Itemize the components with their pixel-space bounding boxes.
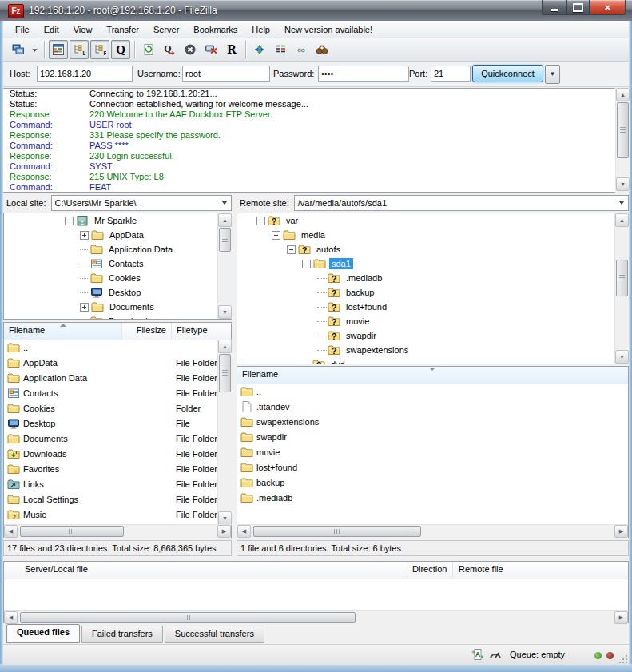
scroll-right-icon[interactable]: ▶ — [614, 611, 628, 624]
username-input[interactable] — [182, 66, 270, 82]
scroll-left-icon[interactable]: ◀ — [4, 611, 18, 624]
cancel-button[interactable] — [181, 40, 200, 59]
log-scrollbar-thumb[interactable] — [617, 102, 629, 158]
menu-help[interactable]: Help — [244, 22, 277, 38]
tree-item-downloads[interactable]: Downloads — [4, 314, 231, 320]
local-tree-scrollbar-thumb[interactable] — [219, 228, 231, 252]
local-tree-scrollbar[interactable]: ▲ ▼ — [217, 213, 232, 319]
scroll-right-icon[interactable]: ▶ — [217, 525, 231, 538]
file-row-local-settings[interactable]: Local SettingsFile Folder — [4, 491, 217, 507]
tree-item-desktop[interactable]: Desktop — [4, 285, 231, 300]
tree-item-sda1[interactable]: sda1 — [237, 256, 628, 271]
file-row--[interactable]: .. — [237, 384, 628, 399]
toggle-message-log-button[interactable] — [49, 40, 68, 59]
file-row-swapdir[interactable]: swapdir — [237, 429, 628, 444]
file-row--mediadb[interactable]: .mediadb — [237, 490, 628, 505]
expand-icon[interactable] — [80, 303, 89, 312]
toggle-remote-tree-button[interactable]: R — [90, 40, 109, 59]
scroll-up-icon[interactable]: ▲ — [616, 88, 630, 101]
tree-item-documents[interactable]: Documents — [4, 300, 231, 314]
tree-item-dvd[interactable]: ?dvd — [237, 357, 628, 364]
file-row-desktop[interactable]: DesktopFile — [4, 416, 217, 431]
host-input[interactable] — [37, 66, 133, 82]
minimize-button[interactable] — [542, 0, 566, 15]
tree-item-lost-found[interactable]: ?lost+found — [237, 300, 628, 314]
queue-hscrollbar[interactable]: ◀ ▶ — [4, 610, 628, 624]
remote-tree-scrollbar[interactable]: ▲ ▼ — [614, 213, 629, 364]
site-manager-button[interactable] — [9, 40, 28, 59]
queue-col-local[interactable]: Server/Local file — [25, 564, 88, 574]
collapse-icon[interactable] — [272, 231, 280, 240]
file-row-downloads[interactable]: DownloadsFile Folder — [4, 446, 217, 461]
file-row-lost-found[interactable]: lost+found — [237, 459, 628, 475]
tree-item-contacts[interactable]: Contacts — [4, 256, 231, 271]
file-row-swapextensions[interactable]: swapextensions — [237, 414, 628, 429]
tree-item-appdata[interactable]: AppData — [4, 228, 231, 242]
queue-col-remote[interactable]: Remote file — [459, 564, 503, 574]
chevron-down-icon[interactable] — [221, 201, 228, 205]
tree-item-swapdir[interactable]: ?swapdir — [237, 328, 628, 343]
toggle-local-tree-button[interactable]: L — [70, 40, 89, 59]
speed-limit-gauge-icon[interactable] — [489, 649, 502, 662]
scroll-left-icon[interactable]: ◀ — [4, 525, 18, 538]
scroll-left-icon[interactable]: ◀ — [237, 525, 251, 538]
collapse-icon[interactable] — [287, 245, 296, 254]
scroll-down-icon[interactable]: ▼ — [616, 177, 630, 191]
menu-view[interactable]: View — [66, 22, 100, 38]
remote-col-filename[interactable]: Filename — [237, 367, 628, 384]
column-divider[interactable] — [452, 562, 453, 579]
menu-transfer[interactable]: Transfer — [99, 22, 146, 38]
disconnect-button[interactable] — [201, 40, 221, 59]
collapse-icon[interactable] — [302, 260, 311, 268]
expand-icon[interactable] — [80, 231, 89, 240]
file-row--[interactable]: .. — [4, 340, 217, 355]
file-row-application-data[interactable]: Application DataFile Folder — [4, 370, 217, 385]
remote-site-combo[interactable]: /var/media/autofs/sda1 — [294, 195, 629, 211]
scroll-up-icon[interactable]: ▲ — [615, 213, 629, 227]
refresh-button[interactable] — [139, 40, 158, 59]
queue-hscrollbar-thumb[interactable] — [20, 612, 356, 623]
file-row-music[interactable]: ♪MusicFile Folder — [4, 507, 217, 522]
tree-item-cookies[interactable]: Cookies — [4, 271, 231, 285]
file-row-backup[interactable]: backup — [237, 475, 628, 490]
synchronized-browsing-button[interactable]: ∞ — [292, 40, 311, 59]
file-row-movie[interactable]: movie — [237, 444, 628, 459]
tab-failed-transfers[interactable]: Failed transfers — [81, 626, 163, 643]
tree-item-autofs[interactable]: ?autofs — [237, 242, 628, 256]
menu-server[interactable]: Server — [146, 22, 186, 38]
resize-grip[interactable] — [618, 654, 628, 664]
remote-list-hscrollbar[interactable]: ◀ ▶ — [237, 524, 628, 538]
remote-tree-scrollbar-thumb[interactable] — [616, 260, 628, 296]
column-divider[interactable] — [407, 562, 407, 579]
file-row-cookies[interactable]: CookiesFolder — [4, 400, 217, 416]
file-row-documents[interactable]: DocumentsFile Folder — [4, 431, 217, 446]
tree-item--mediadb[interactable]: ?.mediadb — [237, 271, 628, 285]
site-manager-dropdown[interactable] — [30, 40, 40, 59]
local-list-vscrollbar[interactable]: ▲ ▼ — [217, 340, 232, 525]
file-row-contacts[interactable]: ContactsFile Folder — [4, 385, 217, 400]
title-bar[interactable]: Fz 192.168.1.20 - root@192.168.1.20 - Fi… — [0, 0, 632, 21]
local-col-filesize[interactable]: Filesize — [122, 323, 172, 340]
tree-item-var[interactable]: ?var — [237, 213, 628, 228]
scroll-down-icon[interactable]: ▼ — [615, 350, 629, 364]
local-list-vscrollbar-thumb[interactable] — [219, 354, 231, 392]
menu-bookmarks[interactable]: Bookmarks — [186, 22, 244, 38]
process-queue-button[interactable]: Q — [160, 40, 179, 59]
local-list-hscrollbar-thumb[interactable] — [20, 526, 124, 537]
maximize-button[interactable] — [566, 0, 590, 15]
file-row-favorites[interactable]: ★FavoritesFile Folder — [4, 461, 217, 476]
reconnect-button[interactable]: R — [222, 40, 241, 59]
remote-list-hscrollbar-thumb[interactable] — [253, 526, 421, 537]
tree-item-media[interactable]: media — [237, 228, 628, 242]
local-site-combo[interactable]: C:\Users\Mr Sparkle\ — [51, 195, 232, 211]
tab-queued-files[interactable]: Queued files — [6, 624, 80, 643]
queue-col-direction[interactable]: Direction — [412, 564, 447, 574]
password-input[interactable] — [318, 66, 409, 82]
file-row--titandev[interactable]: .titandev — [237, 399, 628, 414]
collapse-icon[interactable] — [65, 217, 74, 225]
scroll-up-icon[interactable]: ▲ — [218, 340, 232, 353]
directory-listing-compare-button[interactable] — [271, 40, 290, 59]
tree-item-backup[interactable]: ?backup — [237, 285, 628, 300]
chevron-down-icon[interactable] — [618, 201, 625, 205]
file-row-links[interactable]: LinksFile Folder — [4, 476, 217, 491]
